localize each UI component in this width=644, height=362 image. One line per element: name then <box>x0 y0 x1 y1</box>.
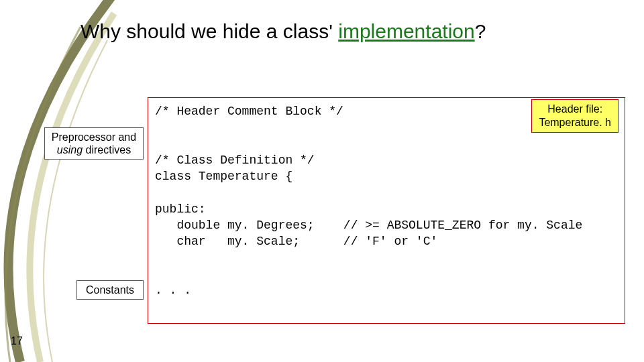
label-text: directives <box>83 144 131 156</box>
slide-title: Why should we hide a class' implementati… <box>80 20 486 43</box>
code-line: /* Class Definition */ <box>155 154 315 167</box>
label-line: using directives <box>50 143 138 156</box>
label-italic: using <box>57 144 83 156</box>
title-prefix: Why should we hide a class' <box>80 20 338 42</box>
code-line: public: <box>155 202 206 216</box>
label-line: Preprocessor and <box>50 131 138 143</box>
callout-line: Header file: <box>539 103 611 116</box>
label-text: Constants <box>86 284 134 296</box>
title-highlight: implementation <box>338 20 474 42</box>
callout-line: Temperature. h <box>539 116 611 129</box>
label-preprocessor: Preprocessor and using directives <box>44 127 144 160</box>
code-line: class Temperature { <box>155 170 292 183</box>
header-file-callout: Header file: Temperature. h <box>531 99 619 133</box>
label-constants: Constants <box>76 280 144 300</box>
title-suffix: ? <box>475 20 486 42</box>
code-line: . . . <box>155 284 191 297</box>
code-line: double my. Degrees; // >= ABSOLUTE_ZERO … <box>155 219 582 232</box>
slide-number: 17 <box>11 335 23 347</box>
code-line: /* Header Comment Block */ <box>155 105 343 118</box>
code-line: char my. Scale; // 'F' or 'C' <box>155 235 437 248</box>
